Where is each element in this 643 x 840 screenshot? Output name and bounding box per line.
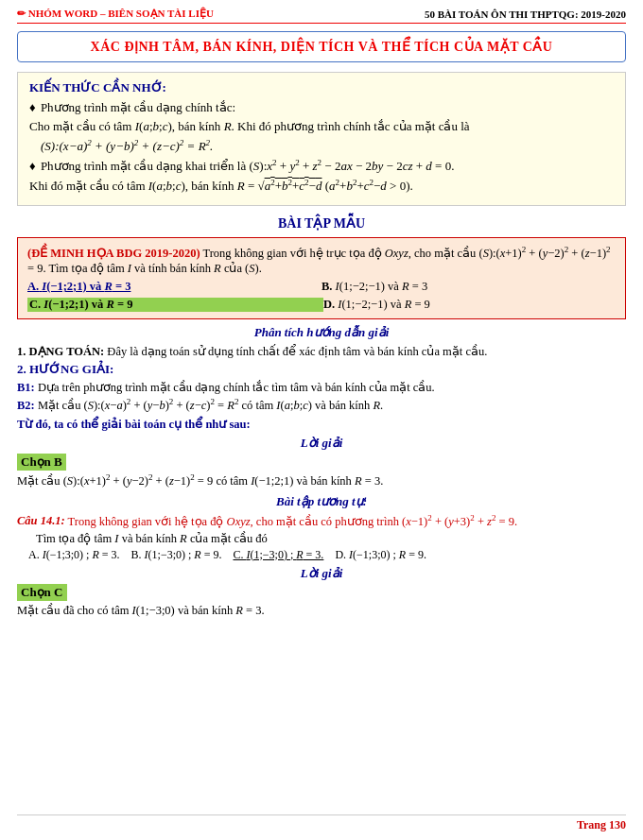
kien-thuc-title: KIẾN THỨC CẦN NHỚ: — [29, 80, 614, 95]
section-title: BÀI TẬP MẪU — [17, 215, 626, 231]
kt-item-2: Cho mặt cầu có tâm I(a;b;c), bán kính R.… — [29, 119, 614, 134]
sample-problem: (ĐỀ MINH HỌA BDG 2019-2020) Trong không … — [27, 245, 616, 276]
phan-tich: Phân tích hướng dẫn giải — [17, 325, 626, 340]
loi-giai-title-2: Lời giải — [17, 566, 626, 581]
cau-ans-A: A. I(−1;3;0) ; R = 3. — [28, 548, 129, 561]
answer-row-2: C. I(−1;2;1) và R = 9 D. I(1;−2;−1) và R… — [27, 298, 616, 312]
kt-item-3: ♦ Phương trình mặt cầu dạng khai triển l… — [29, 157, 614, 173]
page-number: Trang 130 — [577, 818, 626, 831]
page: ✏ NHÓM WORD – BIÊN SOẠN TÀI LIỆU 50 BÀI … — [0, 0, 643, 840]
dang-toan: 1. DẠNG TOÁN: Đây là dạng toán sử dụng t… — [17, 344, 626, 359]
b-step-2: B2: Mặt cầu (S):(x−a)2 + (y−b)2 + (z−c)2… — [17, 397, 626, 413]
formula-1: (S):(x−a)2 + (y−b)2 + (z−c)2 = R2. — [41, 138, 614, 154]
kt-text-4: Khi đó mặt cầu có tâm I(a;b;c), bán kính… — [29, 179, 413, 193]
cau-ans-D: D. I(−1;3;0) ; R = 9. — [326, 548, 426, 561]
cau-ans-B: B. I(1;−3;0) ; R = 9. — [131, 548, 231, 561]
cau-14-1: Câu 14.1: Trong không gian với hệ tọa độ… — [17, 512, 626, 528]
cau-answers: A. I(−1;3;0) ; R = 3. B. I(1;−3;0) ; R =… — [28, 548, 626, 562]
kt-text-1: Phương trình mặt cầu dạng chính tắc: — [41, 100, 235, 114]
answer-C: C. I(−1;2;1) và R = 9 — [27, 298, 323, 312]
chon-b-box: Chọn B — [17, 454, 626, 472]
header-left: ✏ NHÓM WORD – BIÊN SOẠN TÀI LIỆU — [17, 8, 214, 20]
result-2: Mặt cầu đã cho có tâm I(1;−3;0) và bán k… — [17, 603, 626, 618]
main-title: XÁC ĐỊNH TÂM, BÁN KÍNH, DIỆN TÍCH VÀ THỂ… — [91, 40, 553, 54]
kt-item-1: ♦ Phương trình mặt cầu dạng chính tắc: — [29, 100, 614, 115]
answer-row-1: A. I(−1;2;1) và R = 3 B. I(1;−2;−1) và R… — [27, 280, 616, 294]
cau-ans-C: C. I(1;−3;0) ; R = 3. — [233, 548, 323, 561]
chon-b: Chọn B — [17, 454, 66, 471]
answer-A: A. I(−1;2;1) và R = 3 — [27, 280, 322, 294]
cau-subtext: Tìm tọa độ tâm I và bán kính R của mặt c… — [36, 531, 626, 546]
cau-text: Trong không gian với hệ tọa độ Oxyz, cho… — [68, 515, 518, 528]
header: ✏ NHÓM WORD – BIÊN SOẠN TÀI LIỆU 50 BÀI … — [17, 8, 626, 24]
loi-giai-title-1: Lời giải — [17, 436, 626, 451]
answer-D: D. I(1;−2;−1) và R = 9 — [323, 298, 616, 312]
kt-item-4: Khi đó mặt cầu có tâm I(a;b;c), bán kính… — [29, 178, 614, 194]
header-right: 50 BÀI TOÁN ÔN THI THPTQG: 2019-2020 — [425, 9, 626, 20]
b2-label: B2: — [17, 399, 35, 412]
main-title-box: XÁC ĐỊNH TÂM, BÁN KÍNH, DIỆN TÍCH VÀ THỂ… — [17, 31, 626, 62]
de-label: (ĐỀ MINH HỌA BDG 2019-2020) — [27, 247, 200, 260]
result-1: Mặt cầu (S):(x+1)2 + (y−2)2 + (z−1)2 = 9… — [17, 472, 626, 489]
sample-box: (ĐỀ MINH HỌA BDG 2019-2020) Trong không … — [17, 237, 626, 319]
bai-tap-tuong-tu-title: Bài tập tương tự: — [17, 494, 626, 509]
answer-B: B. I(1;−2;−1) và R = 3 — [322, 280, 616, 294]
bullet-2: ♦ — [29, 159, 36, 173]
kien-thuc-box: KIẾN THỨC CẦN NHỚ: ♦ Phương trình mặt cầ… — [17, 72, 626, 206]
chon-c-box: Chọn C — [17, 584, 626, 603]
kt-text-2: Cho mặt cầu có tâm I(a;b;c), bán kính R.… — [29, 119, 470, 133]
tu-do: Từ đó, ta có thể giải bài toán cụ thể nh… — [17, 417, 626, 432]
chon-c: Chọn C — [17, 584, 67, 601]
kt-text-3: Phương trình mặt cầu dạng khai triển là … — [41, 159, 455, 173]
b-step-1: B1: Dựa trên phương trình mặt cầu dạng c… — [17, 380, 626, 395]
cau-label: Câu 14.1: — [17, 515, 65, 528]
footer: Trang 130 — [17, 814, 626, 832]
b1-label: B1: — [17, 381, 35, 394]
bullet-1: ♦ — [29, 100, 36, 114]
huong-giai-title: 2. HƯỚNG GIẢI: — [17, 362, 626, 377]
